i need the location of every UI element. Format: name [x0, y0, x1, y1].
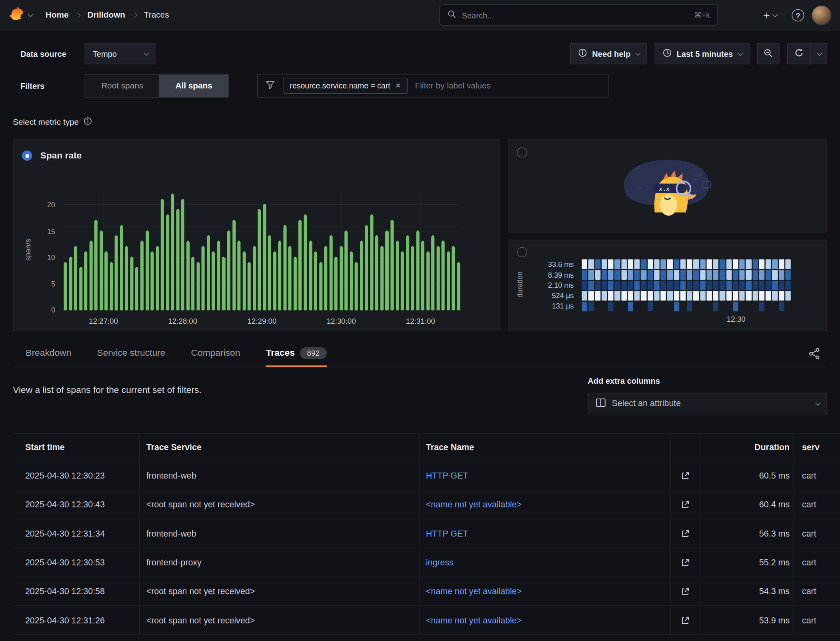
attribute-select[interactable]: Select an attribute — [588, 393, 827, 415]
heatmap-cell — [634, 302, 640, 311]
chevron-down-icon — [772, 12, 778, 17]
span-rate-bar — [202, 247, 205, 310]
breadcrumb-drilldown[interactable]: Drilldown — [87, 10, 125, 20]
tab-comparison[interactable]: Comparison — [191, 341, 240, 367]
cell-start-time: 2025-04-30 12:30:23 — [13, 461, 140, 490]
heatmap-cell — [588, 280, 594, 290]
trace-name-link[interactable]: HTTP GET — [426, 529, 468, 538]
refresh-button[interactable] — [787, 43, 811, 64]
need-help-button[interactable]: Need help — [570, 43, 647, 64]
table-row: 2025-04-30 12:31:34 frontend-web HTTP GE… — [13, 519, 840, 548]
share-button[interactable] — [808, 347, 821, 362]
external-link-icon[interactable] — [680, 471, 690, 481]
heatmap-cell — [726, 302, 732, 311]
span-rate-bar — [74, 247, 77, 310]
global-search[interactable]: ⌘+k — [439, 4, 718, 26]
heatmap-cell — [733, 302, 738, 311]
heatmap-cell — [706, 302, 712, 311]
span-rate-bar — [294, 258, 297, 310]
heatmap-cell — [614, 270, 620, 280]
refresh-interval-button[interactable] — [811, 43, 827, 64]
heatmap-cell — [766, 259, 771, 269]
datasource-select[interactable]: Tempo — [85, 43, 156, 64]
trace-name-link[interactable]: ingress — [426, 558, 454, 567]
heatmap-cell — [588, 259, 594, 269]
header-service-attr[interactable]: serv — [794, 433, 840, 461]
zoom-out-button[interactable] — [757, 43, 779, 64]
header-start-time[interactable]: Start time — [13, 433, 140, 461]
x-tick: 12:31:00 — [406, 317, 435, 325]
heatmap-cell — [582, 270, 587, 280]
trace-name-link[interactable]: <name not yet available> — [426, 615, 522, 625]
heatmap-cell — [582, 291, 587, 301]
mascot-illustration: x.x — [603, 150, 732, 226]
trace-name-link[interactable]: <name not yet available> — [426, 500, 522, 509]
heatmap-cell — [746, 280, 752, 290]
heatmap-cell — [634, 291, 640, 301]
cell-external-link — [671, 461, 700, 490]
info-circle-icon[interactable] — [84, 117, 92, 128]
filter-tag[interactable]: resource.service.name = cart × — [283, 78, 408, 94]
org-switcher[interactable] — [10, 7, 32, 24]
heatmap-cell — [693, 259, 699, 269]
tab-service-structure[interactable]: Service structure — [97, 341, 165, 367]
add-extra-columns-label: Add extra columns — [588, 376, 660, 385]
add-menu-button[interactable]: + — [763, 10, 776, 21]
label-filter-input[interactable]: resource.service.name = cart × Filter by… — [257, 74, 609, 98]
header-link-column — [671, 433, 700, 461]
external-link-icon[interactable] — [680, 529, 690, 538]
user-avatar[interactable] — [812, 5, 832, 25]
header-trace-service[interactable]: Trace Service — [140, 433, 420, 461]
heatmap-cell — [608, 302, 614, 311]
duration-metric-radio[interactable] — [517, 247, 527, 257]
heatmap-cell — [674, 291, 679, 301]
cell-service-attr: cart — [794, 606, 840, 635]
results-tab-bar: Breakdown Service structure Comparison T… — [13, 341, 827, 368]
span-rate-bar — [232, 221, 236, 310]
span-rate-bar — [390, 221, 394, 310]
heatmap-cell — [608, 291, 614, 301]
breadcrumb-traces[interactable]: Traces — [144, 10, 169, 20]
chevron-down-icon — [738, 50, 743, 55]
tab-traces[interactable]: Traces 892 — [266, 341, 327, 367]
search-input[interactable] — [462, 10, 689, 20]
external-link-icon[interactable] — [680, 558, 690, 567]
external-link-icon[interactable] — [680, 615, 690, 625]
heatmap-cell — [602, 291, 607, 301]
x-tick: 12:30 — [727, 314, 746, 323]
span-rate-bar — [426, 252, 430, 310]
span-rate-bar — [365, 226, 368, 310]
heatmap-cell — [608, 259, 614, 269]
external-link-icon[interactable] — [680, 500, 690, 509]
errors-metric-radio[interactable] — [517, 147, 527, 157]
tab-breakdown[interactable]: Breakdown — [26, 341, 71, 367]
help-button[interactable]: ? — [792, 9, 804, 22]
cell-service-attr: cart — [794, 461, 840, 490]
heatmap-cell — [746, 259, 752, 269]
span-rate-bar — [324, 247, 327, 310]
cell-trace-name: <name not yet available> — [420, 577, 671, 605]
segment-all-spans[interactable]: All spans — [159, 74, 228, 97]
segment-root-spans[interactable]: Root spans — [85, 74, 159, 97]
span-rate-radio[interactable] — [22, 150, 32, 160]
time-range-picker[interactable]: Last 5 minutes — [655, 43, 750, 64]
trace-name-link[interactable]: <name not yet available> — [426, 587, 522, 596]
heatmap-cell — [706, 291, 712, 301]
close-icon[interactable]: × — [396, 82, 401, 90]
duration-heatmap-grid[interactable] — [582, 259, 790, 311]
errors-metric-panel: x.x — [508, 139, 827, 232]
heatmap-cell — [687, 259, 692, 269]
trace-name-link[interactable]: HTTP GET — [426, 471, 468, 481]
breadcrumb-home[interactable]: Home — [46, 10, 69, 20]
chevron-down-icon — [815, 400, 820, 405]
span-rate-plot-area[interactable] — [64, 189, 460, 310]
header-trace-name[interactable]: Trace Name — [420, 433, 671, 461]
header-duration[interactable]: Duration — [700, 433, 794, 461]
external-link-icon[interactable] — [680, 587, 690, 596]
heatmap-cell — [713, 270, 719, 280]
attribute-select-placeholder: Select an attribute — [612, 399, 809, 408]
span-rate-bar — [268, 236, 271, 310]
heatmap-cell — [759, 259, 764, 269]
toolbar-right-actions: Need help Last 5 minutes — [570, 43, 827, 64]
heatmap-cell — [726, 270, 732, 280]
